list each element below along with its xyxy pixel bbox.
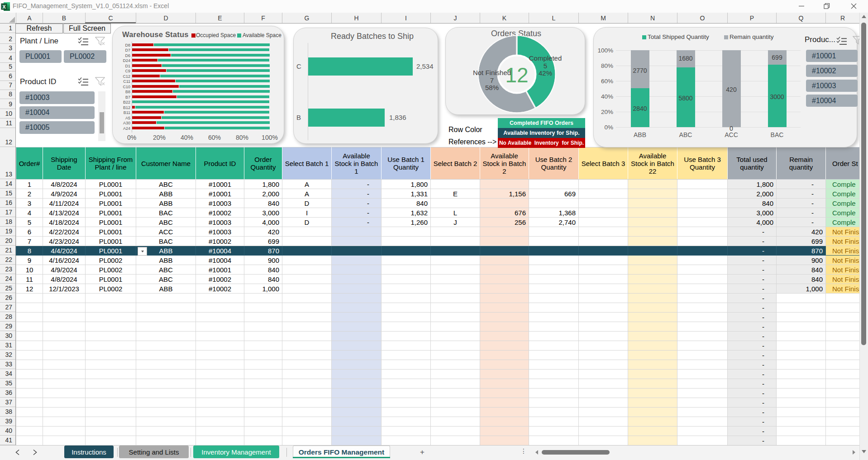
svg-text:X: X [2, 4, 6, 9]
